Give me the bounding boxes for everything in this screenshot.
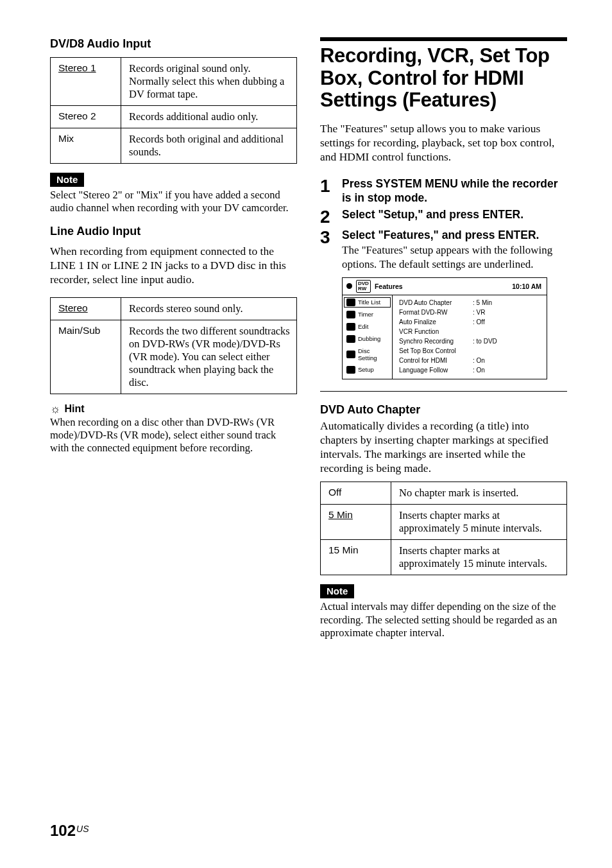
sidebar-item: Title List <box>344 297 391 308</box>
setting-value: 5 Min <box>473 299 492 306</box>
steps-list: 1Press SYSTEM MENU while the recorder is… <box>320 177 567 271</box>
option-key: 15 Min <box>321 540 391 575</box>
dvd-auto-note-text: Actual intervals may differ depending on… <box>320 600 567 639</box>
sidebar-item: Edit <box>343 322 392 332</box>
screen-clock: 10:10 AM <box>512 282 541 290</box>
menu-icon <box>346 299 355 306</box>
setting-row: Control for HDMIOn <box>399 356 543 365</box>
setting-row: Set Top Box Control <box>399 346 543 356</box>
table-row: OffNo chapter mark is inserted. <box>321 482 567 505</box>
step-subtext: The "Features" setup appears with the fo… <box>342 243 567 271</box>
dvd-auto-chapter-text: Automatically divides a recording (a tit… <box>320 419 567 476</box>
setting-value: On <box>473 357 485 364</box>
sidebar-item-label: Edit <box>358 323 368 330</box>
step-number: 1 <box>320 177 334 195</box>
setting-label: Control for HDMI <box>399 357 473 364</box>
screen-sidebar: Title ListTimerEditDubbingDisc SettingSe… <box>343 295 393 379</box>
screen-content: DVD Auto Chapter5 MinFormat DVD-RWVRAuto… <box>393 295 547 379</box>
sidebar-item: Disc Setting <box>343 346 392 363</box>
option-desc: Records original sound only. Normally se… <box>121 58 297 106</box>
screen-title: Features <box>375 282 403 290</box>
setting-label: Synchro Recording <box>399 338 473 345</box>
option-key: 5 Min <box>321 505 391 540</box>
section-title: Recording, VCR, Set Top Box, Control for… <box>320 45 567 112</box>
menu-icon <box>346 335 355 343</box>
sidebar-item-label: Title List <box>358 299 380 306</box>
dvd-rw-badge: DVDRW <box>356 280 371 293</box>
thin-rule <box>320 391 567 392</box>
sidebar-item-label: Disc Setting <box>358 347 389 361</box>
setting-value: Off <box>473 318 485 326</box>
menu-icon <box>346 351 355 358</box>
setting-value: VR <box>473 309 485 316</box>
line-audio-table: StereoRecords stereo sound only.Main/Sub… <box>50 297 297 394</box>
step: 1Press SYSTEM MENU while the recorder is… <box>320 177 567 205</box>
hint-icon: ☼ <box>50 403 61 415</box>
dv-d8-table: Stereo 1Records original sound only. Nor… <box>50 57 297 164</box>
dvd-auto-chapter-heading: DVD Auto Chapter <box>320 403 567 417</box>
option-key: Main/Sub <box>51 320 121 394</box>
sidebar-item-label: Dubbing <box>358 335 380 342</box>
option-key: Stereo <box>51 297 121 320</box>
table-row: Stereo 1Records original sound only. Nor… <box>51 58 297 106</box>
table-row: 5 MinInserts chapter marks at approximat… <box>321 505 567 540</box>
line-audio-intro: When recording from equipment connected … <box>50 245 297 287</box>
setting-label: Set Top Box Control <box>399 347 473 354</box>
step-heading: Press SYSTEM MENU while the recorder is … <box>342 177 567 205</box>
setting-row: Auto FinalizeOff <box>399 317 543 327</box>
option-key: Off <box>321 482 391 505</box>
sidebar-item: Setup <box>343 365 392 375</box>
page-footer: 102US <box>50 822 89 840</box>
sidebar-item-label: Timer <box>358 311 373 318</box>
setting-row: VCR Function <box>399 327 543 336</box>
sidebar-item: Dubbing <box>343 334 392 344</box>
setting-label: DVD Auto Chapter <box>399 299 473 306</box>
option-desc: Inserts chapter marks at approximately 5… <box>391 505 567 540</box>
note-badge: Note <box>50 173 84 187</box>
option-key: Stereo 1 <box>51 58 121 106</box>
dvd-auto-chapter-table: OffNo chapter mark is inserted.5 MinInse… <box>320 482 567 575</box>
step-heading: Select "Features," and press ENTER. <box>342 229 567 243</box>
step: 2Select "Setup," and press ENTER. <box>320 208 567 226</box>
table-row: StereoRecords stereo sound only. <box>51 297 297 320</box>
dv-d8-heading: DV/D8 Audio Input <box>50 37 297 51</box>
hint-text: When recording on a disc other than DVD-… <box>50 416 297 455</box>
table-row: Main/SubRecords the two different soundt… <box>51 320 297 394</box>
menu-icon <box>346 311 355 318</box>
hint-label: Hint <box>65 403 85 415</box>
menu-icon <box>346 366 355 374</box>
section-rule <box>320 37 567 41</box>
setting-row: Format DVD-RWVR <box>399 308 543 317</box>
setting-row: DVD Auto Chapter5 Min <box>399 298 543 308</box>
sidebar-item-label: Setup <box>358 366 374 373</box>
line-audio-heading: Line Audio Input <box>50 225 297 238</box>
features-screen: DVDRW Features 10:10 AM Title ListTimerE… <box>342 277 547 379</box>
menu-icon <box>346 323 355 331</box>
option-desc: Records the two different soundtracks on… <box>121 320 297 394</box>
option-desc: Records both original and additional sou… <box>121 128 297 164</box>
setting-label: Format DVD-RW <box>399 309 473 316</box>
option-key: Mix <box>51 128 121 164</box>
option-key: Stereo 2 <box>51 106 121 128</box>
table-row: 15 MinInserts chapter marks at approxima… <box>321 540 567 575</box>
table-row: MixRecords both original and additional … <box>51 128 297 164</box>
setting-value: On <box>473 367 485 374</box>
option-desc: Records additional audio only. <box>121 106 297 128</box>
setting-label: Language Follow <box>399 367 473 374</box>
page-number: 102 <box>50 822 76 839</box>
option-desc: No chapter mark is inserted. <box>391 482 567 505</box>
step-number: 3 <box>320 229 334 247</box>
setting-value: to DVD <box>473 338 497 345</box>
option-desc: Inserts chapter marks at approximately 1… <box>391 540 567 575</box>
setting-label: Auto Finalize <box>399 318 473 326</box>
page-region: US <box>76 824 89 834</box>
setting-row: Synchro Recordingto DVD <box>399 336 543 346</box>
rec-dot-icon <box>346 283 352 289</box>
setting-row: Language FollowOn <box>399 365 543 375</box>
step: 3Select "Features," and press ENTER.The … <box>320 229 567 271</box>
setting-label: VCR Function <box>399 328 473 335</box>
section-intro: The "Features" setup allows you to make … <box>320 122 567 164</box>
note-badge: Note <box>320 584 354 598</box>
sidebar-item: Timer <box>343 309 392 320</box>
step-heading: Select "Setup," and press ENTER. <box>342 208 523 222</box>
